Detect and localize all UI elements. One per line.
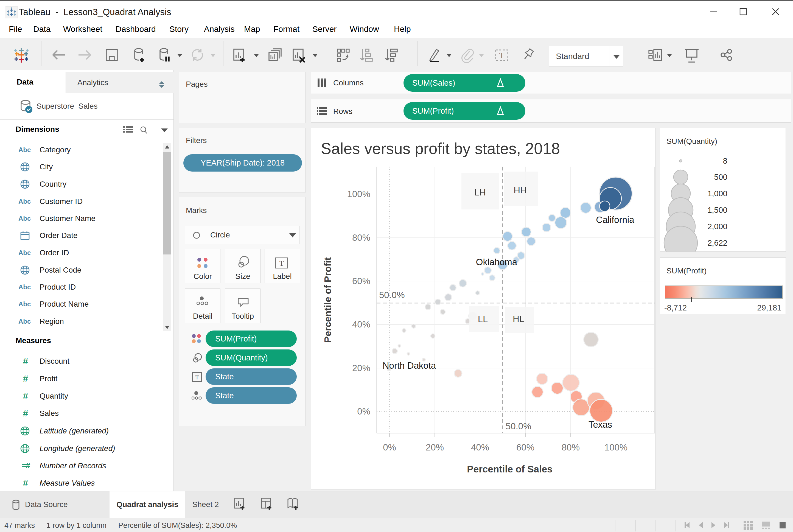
svg-text:T: T [279, 260, 284, 267]
svg-text:1,000: 1,000 [708, 189, 728, 198]
svg-text:Sales versus profit by states,: Sales versus profit by states, 2018 [321, 140, 560, 157]
svg-text:60%: 60% [516, 442, 535, 452]
svg-text:Oklahoma: Oklahoma [476, 257, 517, 267]
svg-text:HL: HL [513, 314, 524, 324]
svg-text:100%: 100% [347, 189, 370, 199]
svg-text:40%: 40% [352, 319, 370, 329]
svg-text:20%: 20% [352, 363, 370, 373]
svg-text:100%: 100% [604, 442, 627, 452]
svg-text:North Dakota: North Dakota [383, 360, 436, 370]
svg-text:50.0%: 50.0% [506, 421, 531, 431]
svg-text:8: 8 [723, 156, 728, 165]
svg-text:LH: LH [474, 187, 486, 197]
svg-text:29,181: 29,181 [757, 303, 781, 312]
svg-text:1,500: 1,500 [708, 206, 728, 214]
svg-text:HH: HH [514, 185, 527, 195]
svg-text:Percentile of Profit: Percentile of Profit [322, 257, 333, 343]
svg-text:Percentile of Sales: Percentile of Sales [467, 464, 552, 474]
svg-text:T: T [195, 374, 199, 381]
svg-text:2,000: 2,000 [708, 222, 728, 231]
svg-text:500: 500 [714, 173, 728, 182]
svg-text:80%: 80% [562, 442, 580, 452]
svg-text:LL: LL [478, 314, 488, 324]
svg-text:0%: 0% [357, 406, 370, 416]
svg-text:40%: 40% [471, 442, 489, 452]
svg-text:2,622: 2,622 [708, 239, 728, 247]
svg-text:T: T [499, 51, 504, 60]
svg-text:-8,712: -8,712 [664, 303, 687, 312]
svg-text:60%: 60% [352, 276, 370, 286]
svg-text:Texas: Texas [588, 419, 612, 430]
svg-text:20%: 20% [426, 442, 444, 452]
svg-text:80%: 80% [352, 232, 370, 243]
svg-text:California: California [596, 215, 634, 225]
svg-text:50.0%: 50.0% [379, 290, 405, 300]
svg-text:0%: 0% [383, 442, 396, 452]
